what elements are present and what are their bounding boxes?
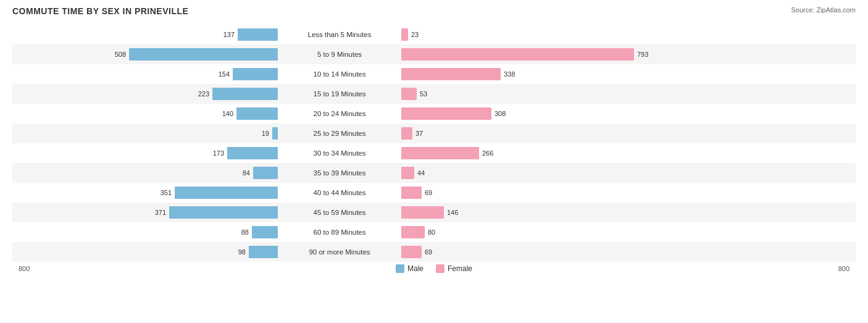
female-value: 793 [637,51,648,58]
male-bar [233,68,278,80]
rhs-section: 37 [401,124,667,143]
male-bar [272,127,278,140]
rhs-section: 69 [401,183,667,203]
rhs-section: 308 [401,104,667,124]
male-value: 371 [155,209,166,216]
lhs-section: 84 [12,163,278,183]
legend-male: Male [396,264,424,273]
bar-row: 98 90 or more Minutes 69 [12,242,856,262]
bar-row: 137 Less than 5 Minutes 23 [12,25,856,44]
bar-row: 154 10 to 14 Minutes 338 [12,64,856,84]
female-value: 37 [415,130,423,137]
female-bar [401,206,444,219]
male-bar [253,167,278,179]
legend-female-box [436,264,444,273]
chart-container: COMMUTE TIME BY SEX IN PRINEVILLE Source… [0,0,868,323]
rhs-section: 69 [401,242,667,262]
lhs-section: 137 [12,25,278,44]
female-value: 23 [411,31,419,38]
male-value: 154 [219,70,230,78]
rhs-section: 793 [401,44,667,64]
axis-left-label: 800 [19,265,30,272]
bar-row: 88 60 to 89 Minutes 80 [12,222,856,242]
rhs-section: 338 [401,64,667,84]
row-label: 90 or more Minutes [278,248,401,256]
row-label: 30 to 34 Minutes [278,149,401,157]
male-value: 84 [243,169,250,177]
female-value: 266 [482,149,493,157]
bottom-row: 800 Male Female 800 [12,264,856,273]
male-value: 88 [241,229,249,236]
female-bar [401,88,417,100]
male-value: 508 [115,51,126,58]
male-bar [169,206,278,219]
legend-female: Female [436,264,472,273]
bar-row: 351 40 to 44 Minutes 69 [12,183,856,203]
male-value: 223 [198,90,209,98]
chart-title: COMMUTE TIME BY SEX IN PRINEVILLE [12,6,188,16]
row-label: 60 to 89 Minutes [278,229,401,236]
lhs-section: 19 [12,124,278,143]
bar-row: 19 25 to 29 Minutes 37 [12,124,856,143]
female-value: 146 [447,209,458,216]
lhs-section: 140 [12,104,278,124]
female-value: 44 [417,169,425,177]
lhs-section: 223 [12,84,278,104]
row-label: Less than 5 Minutes [278,31,401,38]
female-value: 69 [425,248,432,256]
female-value: 338 [504,70,515,78]
female-value: 53 [420,90,427,98]
male-value: 351 [161,189,172,196]
rhs-section: 266 [401,143,667,163]
bar-row: 173 30 to 34 Minutes 266 [12,143,856,163]
female-bar [401,187,422,199]
axis-right-label: 800 [838,265,849,272]
rhs-section: 146 [401,203,667,222]
rhs-section: 53 [401,84,667,104]
female-value: 308 [495,110,506,117]
row-label: 35 to 39 Minutes [278,169,401,177]
row-label: 40 to 44 Minutes [278,189,401,196]
row-label: 5 to 9 Minutes [278,51,401,58]
legend-male-label: Male [407,264,424,273]
lhs-section: 154 [12,64,278,84]
rhs-section: 23 [401,25,667,44]
source-text: Source: ZipAtlas.com [791,6,856,14]
male-value: 98 [238,248,246,256]
bar-row: 508 5 to 9 Minutes 793 [12,44,856,64]
row-label: 25 to 29 Minutes [278,130,401,137]
male-bar [227,147,278,159]
female-bar [401,226,425,238]
bars-wrapper: 137 Less than 5 Minutes 23 508 5 to 9 Mi… [12,25,856,262]
male-bar [252,226,278,238]
rhs-section: 80 [401,222,667,242]
bar-row: 371 45 to 59 Minutes 146 [12,203,856,222]
male-bar [175,187,278,199]
legend-male-box [396,264,404,273]
lhs-section: 173 [12,143,278,163]
female-bar [401,167,414,179]
female-bar [401,28,408,41]
male-value: 19 [262,130,269,137]
female-bar [401,107,491,120]
bar-row: 140 20 to 24 Minutes 308 [12,104,856,124]
female-bar [401,68,501,80]
female-bar [401,147,479,159]
row-label: 10 to 14 Minutes [278,70,401,78]
male-value: 140 [222,110,233,117]
male-bar [129,48,278,61]
legend-female-label: Female [448,264,472,273]
lhs-section: 371 [12,203,278,222]
lhs-section: 351 [12,183,278,203]
male-bar [238,28,278,41]
male-value: 173 [213,149,224,157]
row-label: 20 to 24 Minutes [278,110,401,117]
female-value: 69 [425,189,432,196]
female-value: 80 [428,229,435,236]
female-bar [401,48,634,61]
male-bar [249,246,278,258]
female-bar [401,246,422,258]
male-bar [212,88,278,100]
row-label: 15 to 19 Minutes [278,90,401,98]
male-value: 137 [223,31,235,38]
